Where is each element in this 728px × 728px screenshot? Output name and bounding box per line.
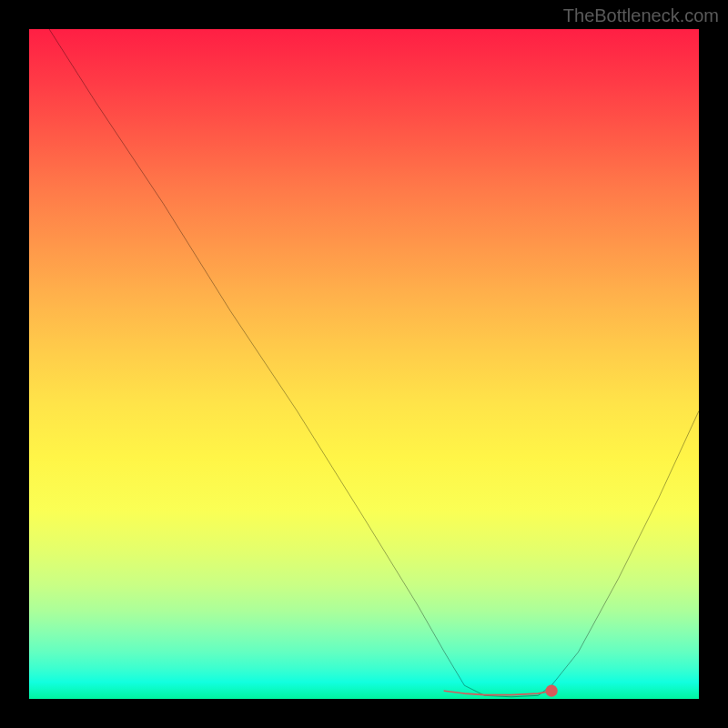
chart-svg: [29, 29, 699, 699]
optimal-range-marker-path: [444, 691, 551, 694]
watermark-label: TheBottleneck.com: [563, 5, 719, 26]
bottleneck-curve-path: [49, 29, 699, 697]
plot-area: [29, 29, 699, 699]
chart-frame: TheBottleneck.com: [0, 0, 728, 728]
optimal-range-end-dot: [545, 685, 557, 697]
